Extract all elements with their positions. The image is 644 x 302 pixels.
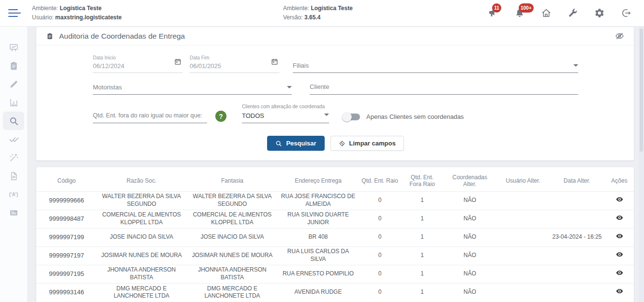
view-details-button[interactable] [615, 195, 624, 203]
header-actions: 11 100+ [488, 8, 631, 18]
col-razao-soc: Razão Soc. [97, 170, 186, 191]
clipboard-title-icon [46, 32, 54, 40]
sidebar-item-magic-wand-icon[interactable] [3, 148, 24, 167]
clientes-alteracao-value: TODOS [242, 112, 329, 119]
announcements-badge: 11 [492, 3, 501, 13]
table-header-row: Código Razão Soc. Fantasia Endereço Entr… [36, 170, 634, 191]
eraser-icon [339, 140, 345, 147]
col-codigo: Código [36, 170, 97, 191]
sem-coordenadas-toggle-group: Apenas Clientes sem coordenadas [344, 113, 464, 120]
usuario-value: maxstring.logisticateste [55, 14, 121, 21]
motoristas-select[interactable]: Motoristas [93, 84, 292, 95]
clientes-alteracao-select[interactable]: Clientes com alteração de coordenada TOD… [242, 104, 329, 123]
left-sidebar: ('A') [0, 27, 27, 302]
data-fim-value: 06/01/2025 [190, 62, 279, 72]
search-icon [275, 140, 282, 147]
view-details-button[interactable] [615, 250, 624, 259]
sidebar-item-clipboard-icon[interactable] [3, 57, 24, 75]
scrollbar-thumb[interactable] [640, 29, 643, 152]
col-acoes: Ações [605, 170, 634, 191]
versao-label: Versão: [283, 14, 303, 21]
filters-card: Auditoria de Coordenadas de Entrega Data… [36, 27, 634, 160]
data-inicio-field[interactable]: Data Inicio 06/12/2024 [93, 55, 182, 73]
view-details-button[interactable] [615, 287, 624, 295]
top-header: Ambiente: Logística Teste Usuário: maxst… [0, 0, 644, 27]
announcements-icon[interactable]: 11 [488, 8, 498, 18]
col-fantasia: Fantasia [186, 170, 278, 191]
col-endereco-entrega: Endereço Entrega [278, 170, 358, 191]
sidebar-item-search-icon[interactable] [3, 112, 24, 130]
chevron-down-icon [573, 64, 578, 67]
cliente-field[interactable] [310, 82, 578, 95]
col-qtd-ent-fora-raio: Qtd. Ent. Fora Raio [402, 170, 443, 191]
notifications-bell-icon[interactable]: 100+ [514, 8, 525, 18]
card-titlebar: Auditoria de Coordenadas de Entrega [36, 27, 634, 45]
filiais-select[interactable]: Filiais [293, 62, 578, 73]
table-row: 9999997197 JOSIMAR NUNES DE MOURA JOSIMA… [36, 246, 634, 265]
ambiente-value-center: Logística Teste [311, 5, 352, 12]
eye-slash-icon[interactable] [615, 31, 624, 41]
sidebar-item-card-list-icon[interactable] [3, 203, 24, 222]
motoristas-label: Motoristas [93, 84, 122, 91]
view-details-button[interactable] [615, 269, 624, 277]
usuario-label: Usuário: [32, 14, 54, 21]
filters-form: Data Inicio 06/12/2024 Data Fim 06/01/20… [36, 45, 634, 151]
table-row: 9999997195 JHONNATA ANDHERSON BATISTA JH… [36, 265, 634, 283]
data-fim-label: Data Fim [190, 55, 279, 60]
view-details-button[interactable] [615, 232, 624, 240]
results-table: Código Razão Soc. Fantasia Endereço Entr… [36, 170, 634, 302]
versao-value: 3.65.4 [304, 14, 320, 21]
settings-gear-icon[interactable] [594, 8, 605, 18]
sem-coordenadas-toggle[interactable] [344, 114, 360, 120]
sidebar-item-pencil-icon[interactable] [3, 75, 24, 93]
help-question-icon[interactable]: ? [215, 111, 226, 122]
chevron-down-icon [287, 86, 292, 88]
vertical-scrollbar[interactable] [639, 27, 644, 302]
home-icon[interactable] [541, 8, 552, 18]
sidebar-item-double-check-icon[interactable] [3, 130, 24, 148]
table-row: 9999999666 WALTER BEZERRA DA SILVA SEGUN… [36, 191, 634, 210]
table-row: 9999998487 COMERCIAL DE ALIMENTOS KLOPPE… [36, 210, 634, 228]
pesquisar-button[interactable]: Pesquisar [267, 136, 324, 151]
qtd-ent-input[interactable] [93, 112, 207, 123]
sidebar-item-document-icon[interactable] [3, 167, 24, 185]
view-details-button[interactable] [615, 214, 624, 222]
col-qtd-ent-raio: Qtd. Ent. Raio [358, 170, 402, 191]
version-info: Ambiente: Logística Teste Versão: 3.65.4 [283, 4, 353, 22]
notifications-badge: 100+ [519, 3, 534, 13]
sidebar-item-bar-chart-icon[interactable] [3, 93, 24, 112]
page-title: Auditoria de Coordenadas de Entrega [59, 32, 185, 41]
ambiente-label: Ambiente: [32, 5, 58, 12]
col-coordenadas-alter: Coordenadas Alter. [443, 170, 497, 191]
col-data-alter: Data Alter. [549, 170, 605, 191]
chevron-down-icon [324, 114, 329, 116]
sidebar-item-broadcast-a-icon[interactable]: ('A') [3, 185, 24, 203]
data-inicio-value: 06/12/2024 [93, 62, 182, 72]
col-usuario-alter: Usuário Alter. [497, 170, 549, 191]
toggle-knob [342, 112, 352, 122]
data-inicio-label: Data Inicio [93, 55, 182, 60]
logout-icon[interactable] [621, 8, 631, 18]
calendar-icon[interactable] [174, 58, 181, 65]
ambiente-label-center: Ambiente: [283, 5, 309, 12]
ambiente-value: Logística Teste [60, 5, 101, 12]
table-row: 9999993146 DMG MERCADO E LANCHONETE LTDA… [36, 283, 634, 302]
menu-icon[interactable] [8, 7, 21, 19]
limpar-campos-button[interactable]: Limpar campos [330, 136, 404, 151]
table-row: 9999997199 JOSE INACIO DA SILVA JOSE INA… [36, 228, 634, 246]
tools-wrench-icon[interactable] [568, 8, 578, 18]
sem-coordenadas-label: Apenas Clientes sem coordenadas [366, 113, 464, 120]
calendar-icon[interactable] [271, 58, 278, 65]
filiais-label: Filiais [293, 62, 309, 69]
sidebar-item-presentation-chart-icon[interactable] [3, 38, 24, 57]
data-fim-field[interactable]: Data Fim 06/01/2025 [190, 55, 279, 73]
clientes-alteracao-label: Clientes com alteração de coordenada [242, 104, 329, 109]
results-table-card: Código Razão Soc. Fantasia Endereço Entr… [36, 167, 634, 302]
qtd-ent-field[interactable] [93, 111, 207, 123]
cliente-input[interactable] [310, 83, 578, 94]
environment-info: Ambiente: Logística Teste Usuário: maxst… [32, 4, 121, 22]
